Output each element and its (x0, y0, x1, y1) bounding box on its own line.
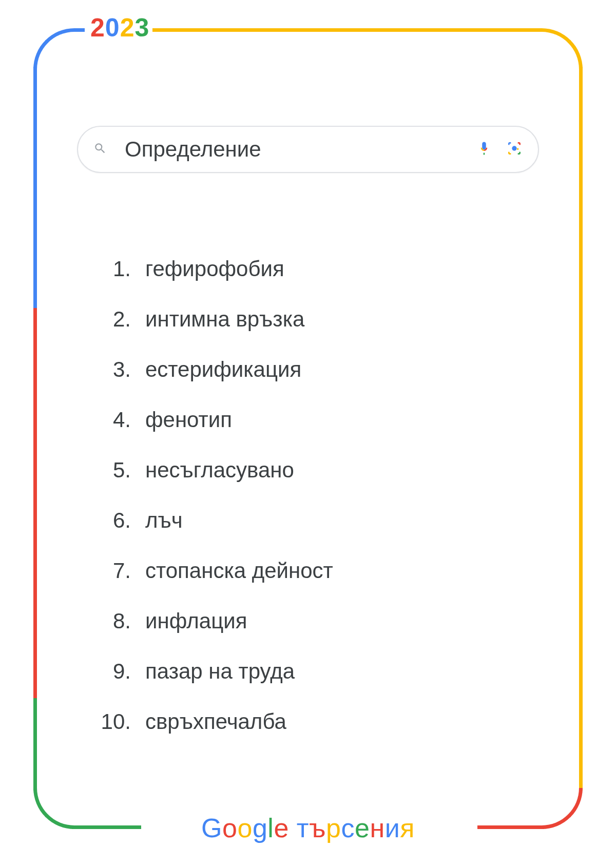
lens-icon[interactable] (506, 140, 523, 159)
search-query: Определение (125, 137, 476, 162)
logo-letter: l (267, 813, 274, 843)
border-bottom-left (33, 788, 74, 829)
search-icon (93, 142, 107, 157)
search-bar[interactable]: Определение (77, 126, 539, 173)
rank: 8. (92, 609, 131, 633)
year-digit-3: 2 (120, 13, 135, 42)
border-bottom-right (542, 788, 583, 829)
rank: 4. (92, 408, 131, 432)
list-item[interactable]: 6. лъч (92, 508, 524, 533)
border-bottom-mid-right (477, 825, 544, 829)
footer-logo: Google търсения (191, 813, 425, 843)
border-bottom-mid-left (72, 825, 141, 829)
rank: 6. (92, 508, 131, 533)
list-item[interactable]: 4. фенотип (92, 408, 524, 432)
term: инфлация (145, 609, 247, 633)
term: естерификация (145, 357, 301, 382)
list-item[interactable]: 8. инфлация (92, 609, 524, 633)
term: свръхпечалба (145, 709, 286, 734)
term: гефирофобия (145, 257, 284, 281)
logo-tail: т (297, 813, 309, 843)
logo-tail: я (400, 813, 415, 843)
term: несъгласувано (145, 458, 294, 483)
logo-tail: с (341, 813, 355, 843)
svg-point-1 (517, 148, 518, 150)
logo-letter: o (222, 813, 237, 843)
mic-icon[interactable] (476, 141, 492, 158)
logo-letter: e (274, 813, 288, 843)
list-item[interactable]: 2. интимна връзка (92, 307, 524, 332)
term: лъч (145, 508, 183, 533)
term: стопанска дейност (145, 559, 333, 583)
list-item[interactable]: 9. пазар на труда (92, 659, 524, 684)
term: интимна връзка (145, 307, 304, 332)
card-frame: 2023 Определение (33, 28, 583, 829)
border-left-red (33, 308, 37, 698)
rank: 2. (92, 307, 131, 332)
list-item[interactable]: 1. гефирофобия (92, 257, 524, 281)
logo-letter: o (237, 813, 252, 843)
logo-tail: н (370, 813, 384, 843)
rank: 7. (92, 559, 131, 583)
rank: 5. (92, 458, 131, 483)
border-left-blue (33, 67, 37, 308)
year-digit-4: 3 (134, 13, 149, 42)
rank: 10. (92, 709, 131, 734)
year-digit-2: 0 (105, 13, 120, 42)
border-top-mid (151, 28, 542, 32)
svg-point-0 (512, 146, 516, 150)
list-item[interactable]: 3. естерификация (92, 357, 524, 382)
logo-letter: G (201, 813, 222, 843)
border-right-yellow (579, 67, 583, 791)
year-digit-1: 2 (90, 13, 105, 42)
year-badge: 2023 (87, 13, 152, 43)
list-item[interactable]: 5. несъгласувано (92, 458, 524, 483)
term: фенотип (145, 408, 232, 432)
rank: 9. (92, 659, 131, 684)
border-left-green (33, 698, 37, 791)
rank: 3. (92, 357, 131, 382)
rank: 1. (92, 257, 131, 281)
border-top-right (542, 28, 583, 69)
list-item[interactable]: 10. свръхпечалба (92, 709, 524, 734)
logo-letter: g (253, 813, 267, 843)
list-item[interactable]: 7. стопанска дейност (92, 559, 524, 583)
logo-tail: и (385, 813, 400, 843)
term: пазар на труда (145, 659, 295, 684)
trending-list: 1. гефирофобия 2. интимна връзка 3. есте… (92, 257, 524, 760)
logo-tail: р (326, 813, 341, 843)
logo-tail: е (355, 813, 370, 843)
logo-tail: ъ (309, 813, 326, 843)
border-top-left (33, 28, 85, 69)
